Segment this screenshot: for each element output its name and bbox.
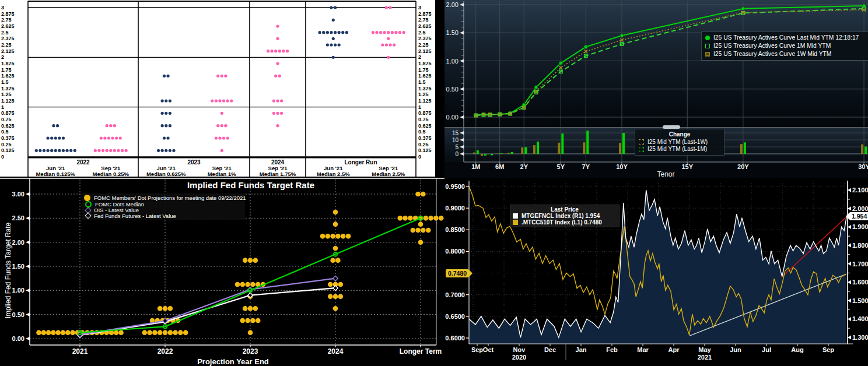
projection-dot [94,149,97,152]
projection-dot [166,75,169,78]
fomc-dot [142,330,148,335]
y-tick-left: 1 [1,104,4,110]
projection-dot [46,136,49,139]
projection-dot [322,31,325,34]
y-tick-right: 2.75 [418,17,429,23]
fomc-dot [320,234,326,239]
fed-funds-legend[interactable]: FOMC Members' Dot Projections for meetin… [82,193,245,220]
fomc-dot [163,306,168,311]
mortgage-chart-canvas: 0.95000.90000.85000.80000.70000.65000.60… [444,178,868,366]
projection-dot [169,99,172,102]
fomc-dot [328,282,333,287]
legend-item-dots[interactable]: FOMC Members' Dot Projections for meetin… [84,195,243,201]
projection-dot [35,149,38,152]
ffr-y-tick: 2.50 [12,214,24,221]
projection-dot [215,99,218,102]
yellow-swatch-icon [513,220,518,225]
left-axis-tick: 0.9500 [445,183,465,190]
legend-item-last-1w[interactable]: I25 Mid YTM (Last-1W) [639,139,720,146]
ffr-x-tick: Longer Term [400,347,442,356]
projection-dot [52,124,55,127]
fomc-dot [330,234,335,239]
projection-dot [383,31,386,34]
y-tick-left: 2.875 [1,11,15,17]
tenor-tick: 2Y [520,163,528,170]
projection-dot [222,136,225,139]
projection-dot [393,43,396,46]
y-tick-right: 2.125 [418,48,432,54]
fomc-dot [248,306,253,311]
projection-dot [338,31,341,34]
change-bar [583,142,585,154]
projection-dot [164,112,167,115]
panel-mortgage-indices: 0.95000.90000.85000.80000.70000.65000.60… [444,178,868,366]
curve-legend[interactable]: I25 US Treasury Actives Curve Last Mid Y… [701,31,868,61]
fomc-dot [333,306,338,311]
y-tick-right: 0.875 [418,110,432,116]
right-axis-tick: 1.700 [852,261,868,268]
change-bar [491,154,493,155]
y-tick-left: 0.25 [1,142,12,147]
fomc-dot [328,294,333,299]
projection-dot [169,112,172,115]
projection-dot [280,112,283,115]
left-axis-tick: 0.6500 [445,313,465,320]
y-tick-left: 2.5 [1,30,9,36]
fomc-dot [245,282,250,287]
projection-dot [161,124,164,127]
legend-item-last[interactable]: I25 US Treasury Actives Curve Last Mid Y… [705,34,868,42]
legend-item-1w[interactable]: ✕ I25 US Treasury Actives Curve 1W Mid Y… [705,50,868,58]
legend-item-futures[interactable]: Fed Funds Futures - Latest Value [84,213,243,219]
month-tick: Aug [791,346,803,353]
legend-item-1m[interactable]: I25 US Treasury Actives Curve 1M Mid YTM [705,42,868,50]
y-tick-left: 2.125 [1,48,15,54]
projection-dot [230,99,233,102]
curve-y-tick: 0.00 [446,114,459,121]
fomc-dot [147,330,152,335]
white-diamond-icon [85,213,91,219]
fomc-dot [338,282,344,287]
last-price-badge-right: 1.954 [849,212,868,220]
y-tick-right: 1.625 [418,73,432,79]
fomc-dot [415,192,421,197]
right-axis-tick: 1.400 [852,315,868,322]
fomc-dot [51,330,56,335]
y-tick-left: 1.375 [1,86,15,92]
projection-dot [69,149,72,152]
projection-dot [164,124,167,127]
change-bar [586,131,589,154]
fomc-dot-plot-canvas: 332.8752.8752.752.752.6252.6252.52.52.37… [0,0,444,178]
right-axis-tick: 2.100 [852,186,868,193]
last-price-legend[interactable]: Last Price MTGEFNCL Index (R1) 1.954 .MT… [510,205,620,227]
projection-dot [278,75,281,78]
footer-year: 2023 [187,159,201,166]
projection-dot [157,149,160,152]
projection-dot [117,149,120,152]
change-bar [501,153,503,154]
projection-dot [220,75,223,78]
projection-dot [402,31,405,34]
projection-dot [111,136,114,139]
ffr-x-tick: 2023 [243,347,258,356]
y-tick-left: 0.375 [1,135,15,141]
fomc-dot [418,221,424,227]
yellow-dot-icon [84,195,90,201]
legend-item-mtcc510t[interactable]: .MTCC510T Index (L1) 0.7480 [513,219,617,226]
y-tick-right: 2 [418,54,421,60]
change-legend[interactable]: Change I25 Mid YTM (Last-1W) I25 Mid YTM… [635,129,724,156]
tenor-tick: 30Y [858,163,868,170]
month-tick: Jul [762,346,771,353]
projection-dot [62,136,65,139]
fomc-dot [65,330,71,335]
y-axis-label: Implied Fed Funds Target Rate [4,186,12,355]
month-tick: Feb [606,346,618,353]
projection-dot [102,149,104,152]
change-bar [740,144,743,154]
legend-label: Fed Funds Futures - Latest Value [94,213,176,219]
legend-item-mtgefncl[interactable]: MTGEFNCL Index (R1) 1.954 [513,213,617,219]
footer-year: 2022 [76,159,90,166]
curve-w1 [476,10,864,115]
legend-item-last-1m[interactable]: I25 Mid YTM (Last-1M) [639,146,720,153]
projection-dot [54,136,57,139]
right-axis-tick: 1.500 [852,297,868,304]
